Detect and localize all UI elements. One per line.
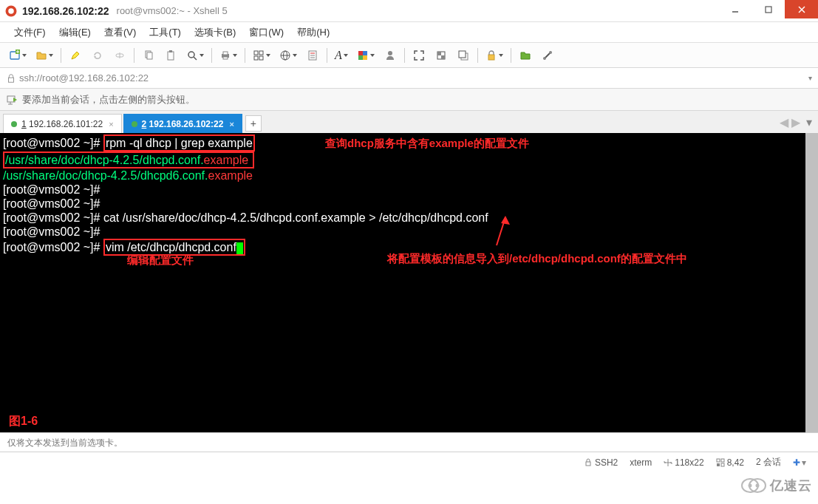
add-tab-button[interactable]: + bbox=[245, 115, 262, 132]
status-size: 118x22 bbox=[664, 457, 703, 468]
lock-button[interactable] bbox=[483, 46, 506, 65]
colors-button[interactable] bbox=[354, 46, 378, 65]
svg-rect-34 bbox=[363, 51, 367, 55]
terminal-scrollbar[interactable] bbox=[805, 133, 818, 432]
always-on-top-button[interactable] bbox=[454, 46, 473, 65]
font-button[interactable]: A bbox=[332, 46, 351, 65]
minimize-button[interactable] bbox=[718, 0, 751, 18]
maximize-button[interactable] bbox=[751, 0, 785, 18]
session-tab-1[interactable]: 1 192.168.26.101:22 × bbox=[3, 114, 122, 133]
toolbar-separator bbox=[245, 48, 245, 63]
tab-prev-icon[interactable]: ◀ bbox=[780, 115, 788, 129]
annotation-1: 查询dhcp服务中含有example的配置文件 bbox=[325, 136, 529, 150]
annotation-2: 将配置模板的信息导入到/etc/dhcp/dhcpd.conf的配置文件中 bbox=[387, 251, 687, 265]
disconnect-button[interactable] bbox=[110, 46, 129, 65]
svg-point-45 bbox=[543, 57, 546, 60]
cursor-icon bbox=[236, 242, 243, 254]
xftp-button[interactable] bbox=[516, 46, 535, 65]
plus-icon: ✚ bbox=[793, 457, 800, 468]
svg-rect-35 bbox=[358, 55, 363, 60]
search-button[interactable] bbox=[183, 46, 207, 65]
tab-number: 1 bbox=[21, 119, 27, 129]
command-3: vim /etc/dhcp/dhcpd.conf bbox=[106, 241, 236, 253]
menubar: 文件(F) 编辑(E) 查看(V) 工具(T) 选项卡(B) 窗口(W) 帮助(… bbox=[0, 22, 818, 43]
transparency-button[interactable] bbox=[432, 46, 451, 65]
output-1a-match: example bbox=[204, 154, 248, 166]
tab-close-button[interactable]: × bbox=[109, 120, 113, 129]
svg-rect-20 bbox=[223, 52, 228, 55]
terminal[interactable]: [root@vms002 ~]# rpm -ql dhcp | grep exa… bbox=[0, 133, 818, 432]
toolbar-separator bbox=[511, 48, 511, 63]
reconnect-button[interactable] bbox=[88, 46, 107, 65]
lock-icon bbox=[6, 73, 16, 84]
output-1a-path: /usr/share/doc/dhcp-4.2.5/dhcpd.conf. bbox=[5, 154, 204, 166]
svg-rect-39 bbox=[437, 52, 441, 55]
tab-list-dropdown-icon[interactable]: ▾ bbox=[806, 115, 812, 129]
toolbar-separator bbox=[134, 48, 134, 63]
brand-logo-icon bbox=[740, 476, 767, 495]
tab-close-button[interactable]: × bbox=[229, 120, 234, 129]
tab-navigation: ◀ ▶ ▾ bbox=[780, 115, 812, 129]
toolbar-separator bbox=[404, 48, 405, 63]
fullscreen-button[interactable] bbox=[409, 46, 429, 65]
command-2: cat /usr/share/doc/dhcp-4.2.5/dhcpd.conf… bbox=[103, 211, 488, 224]
command-1: rpm -ql dhcp | grep example bbox=[106, 137, 253, 149]
lock-icon bbox=[584, 458, 593, 467]
svg-rect-47 bbox=[9, 78, 14, 82]
tab-next-icon[interactable]: ▶ bbox=[791, 115, 800, 129]
brand-text: 亿速云 bbox=[770, 477, 812, 494]
highlight-button[interactable] bbox=[66, 46, 85, 65]
menu-tab[interactable]: 选项卡(B) bbox=[188, 24, 242, 41]
svg-rect-15 bbox=[168, 52, 174, 60]
address-text: ssh://root@192.168.26.102:22 bbox=[19, 72, 808, 84]
session-tab-2[interactable]: 2 192.168.26.102:22 × bbox=[123, 114, 242, 133]
output-1b-match: example bbox=[208, 169, 253, 182]
menu-view[interactable]: 查看(V) bbox=[98, 24, 143, 41]
print-button[interactable] bbox=[217, 46, 240, 65]
link-button[interactable] bbox=[538, 46, 557, 65]
info-text: 要添加当前会话，点击左侧的箭头按钮。 bbox=[22, 93, 195, 106]
annotation-3: 编辑配置文件 bbox=[127, 253, 194, 267]
menu-edit[interactable]: 编辑(E) bbox=[52, 24, 98, 41]
paste-button[interactable] bbox=[161, 46, 180, 65]
svg-point-37 bbox=[388, 51, 392, 55]
svg-point-63 bbox=[749, 484, 752, 488]
compose-input[interactable] bbox=[0, 437, 818, 448]
prompt: [root@vms002 ~]# bbox=[3, 183, 100, 196]
encoding-button[interactable] bbox=[276, 46, 300, 65]
status-dot-icon bbox=[132, 121, 137, 127]
properties-button[interactable] bbox=[303, 46, 322, 65]
status-ssh: SSH2 bbox=[584, 457, 618, 468]
svg-rect-16 bbox=[169, 50, 172, 52]
toolbar-separator bbox=[61, 48, 61, 63]
titlebar: 192.168.26.102:22 root@vms002:~ - Xshell… bbox=[0, 0, 818, 22]
svg-rect-14 bbox=[147, 52, 152, 59]
address-bar[interactable]: ssh://root@192.168.26.102:22 ▾ bbox=[0, 68, 818, 89]
svg-rect-40 bbox=[441, 55, 445, 59]
close-button[interactable] bbox=[785, 0, 818, 18]
chevron-down-icon[interactable]: ▾ bbox=[802, 457, 806, 468]
compose-bar bbox=[0, 432, 818, 452]
copy-button[interactable] bbox=[139, 46, 158, 65]
open-session-button[interactable] bbox=[33, 46, 56, 65]
menu-help[interactable]: 帮助(H) bbox=[290, 24, 336, 41]
menu-file[interactable]: 文件(F) bbox=[7, 24, 52, 41]
cursor-pos-icon bbox=[716, 458, 725, 467]
output-1b-path: /usr/share/doc/dhcp-4.2.5/dhcpd6.conf. bbox=[3, 169, 208, 182]
status-cursor-pos: 8,42 bbox=[716, 457, 744, 468]
layout-button[interactable] bbox=[250, 46, 273, 65]
menu-tools[interactable]: 工具(T) bbox=[143, 24, 188, 41]
menu-window[interactable]: 窗口(W) bbox=[242, 24, 290, 41]
new-session-button[interactable] bbox=[6, 46, 30, 65]
prompt: [root@vms002 ~]# bbox=[3, 137, 100, 149]
toolbar-separator bbox=[477, 48, 478, 63]
svg-rect-60 bbox=[721, 463, 724, 466]
address-dropdown-icon[interactable]: ▾ bbox=[808, 74, 812, 82]
user-button[interactable] bbox=[381, 46, 400, 65]
add-session-arrow-icon[interactable] bbox=[6, 94, 18, 106]
status-dot-icon bbox=[11, 121, 17, 127]
tab-number: 2 bbox=[142, 119, 147, 129]
svg-rect-54 bbox=[586, 462, 590, 466]
statusbar: SSH2 xterm 118x22 8,42 2 会话 ✚ ▾ bbox=[0, 452, 818, 472]
tab-label: 192.168.26.102:22 bbox=[149, 119, 224, 129]
